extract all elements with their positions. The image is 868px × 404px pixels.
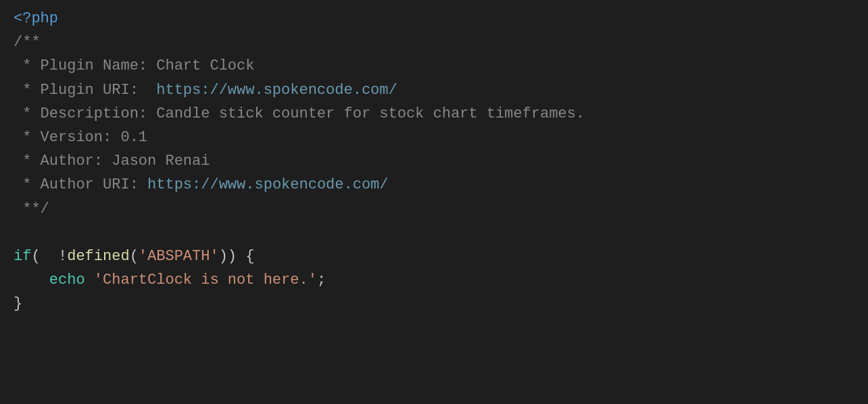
code-line-3: * Plugin Name: Chart Clock: [14, 54, 854, 78]
code-line-1: <?php: [14, 7, 854, 30]
code-line-10: [14, 221, 854, 245]
paren-open: ( !: [31, 245, 67, 268]
php-open-tag: <?php: [14, 7, 58, 30]
keyword-echo: echo: [49, 268, 85, 292]
code-line-8: * Author URI: https://www.spokencode.com…: [14, 173, 854, 197]
author-uri-label: * Author URI:: [14, 173, 147, 197]
comment-close: **/: [14, 197, 49, 221]
code-line-12: echo 'ChartClock is not here.';: [14, 268, 854, 292]
code-line-2: /**: [14, 30, 854, 54]
author-uri-url: https://www.spokencode.com/: [147, 173, 388, 197]
space: [85, 268, 94, 292]
description-comment: * Description: Candle stick counter for …: [14, 102, 585, 126]
code-line-4: * Plugin URI: https://www.spokencode.com…: [14, 78, 854, 102]
paren-args: (: [130, 245, 139, 268]
code-line-11: if( !defined('ABSPATH')) {: [14, 245, 854, 268]
code-line-6: * Version: 0.1: [14, 126, 854, 149]
plugin-uri-url: https://www.spokencode.com/: [156, 78, 397, 102]
string-abspath: 'ABSPATH': [139, 245, 219, 268]
semicolon: ;: [317, 268, 326, 292]
plugin-name-comment: * Plugin Name: Chart Clock: [14, 54, 254, 78]
string-chartclock: 'ChartClock is not here.': [94, 268, 317, 292]
function-defined: defined: [67, 245, 129, 268]
paren-close-brace: )) {: [219, 245, 255, 268]
code-line-9: **/: [14, 197, 854, 221]
closing-brace: }: [14, 292, 22, 315]
indent: [14, 268, 49, 292]
plugin-uri-label: * Plugin URI:: [14, 78, 156, 102]
keyword-if: if: [14, 245, 31, 268]
author-comment: * Author: Jason Renai: [14, 149, 210, 173]
code-line-7: * Author: Jason Renai: [14, 149, 854, 173]
code-line-13: }: [14, 292, 854, 315]
comment-open: /**: [14, 30, 41, 54]
version-comment: * Version: 0.1: [14, 126, 147, 149]
code-editor: <?php /** * Plugin Name: Chart Clock * P…: [0, 0, 868, 404]
code-line-5: * Description: Candle stick counter for …: [14, 102, 854, 126]
